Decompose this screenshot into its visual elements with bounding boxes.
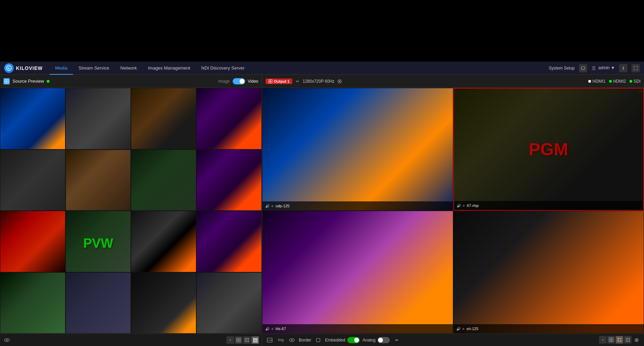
svg-rect-65 — [629, 341, 630, 342]
hdmi2-signal: HDMI2 — [609, 79, 626, 84]
nav-images-management[interactable]: Images Management — [142, 62, 196, 75]
svg-rect-26 — [253, 339, 254, 340]
svg-rect-36 — [256, 342, 257, 343]
svg-rect-37 — [257, 342, 258, 343]
border-settings-icon[interactable] — [314, 336, 322, 344]
svg-text:K: K — [8, 67, 10, 70]
video-cell-13[interactable] — [0, 272, 65, 334]
info-icon[interactable]: ℹ — [619, 64, 627, 72]
svg-rect-56 — [620, 340, 621, 342]
video-cell-1[interactable] — [0, 88, 65, 149]
svg-rect-13 — [245, 338, 246, 339]
svg-rect-32 — [256, 340, 257, 342]
nav-media[interactable]: Media — [50, 62, 73, 75]
output-grid-1-icon[interactable]: ▪ — [599, 336, 607, 344]
embedded-label: Embedded — [325, 338, 345, 343]
nav-ndi-discovery[interactable]: NDI Discovery Server — [196, 62, 250, 75]
sdi-signal: SDI — [629, 79, 641, 84]
output-cell-hls67[interactable]: 🔊 ≡ hls-67 — [262, 211, 453, 334]
menu-icon-1: ≡ — [271, 204, 274, 208]
svg-rect-51 — [609, 340, 611, 342]
output-grid-3-icon[interactable] — [616, 336, 623, 344]
video-cell-pvw[interactable]: PVW — [65, 211, 131, 272]
audio-icon-3: 🔊 — [265, 327, 269, 331]
analog-toggle-switch[interactable] — [377, 337, 390, 343]
border-label: Border — [299, 338, 311, 343]
output-grid-4-icon[interactable] — [624, 336, 632, 344]
hdmi1-dot — [588, 80, 591, 83]
video-cell-14[interactable] — [65, 272, 131, 334]
svg-point-44 — [291, 339, 293, 341]
output-grid-2-icon[interactable] — [607, 336, 615, 344]
image-video-toggle: Image Video — [218, 78, 258, 84]
svg-rect-21 — [248, 341, 249, 342]
audio-icon-2: 🔊 — [457, 204, 461, 208]
video-cell-2[interactable] — [65, 88, 131, 149]
svg-rect-62 — [629, 339, 630, 340]
system-setup-link[interactable]: System Setup — [549, 66, 575, 71]
output-cell-label-2: 🔊 ≡ 67-rtsp — [454, 201, 644, 210]
output-grid-icons: ▪ ⊕ — [599, 336, 641, 344]
grid-4x4-icon[interactable] — [251, 336, 259, 344]
video-cell-6[interactable] — [65, 149, 131, 211]
svg-rect-11 — [236, 340, 238, 342]
output-eye-icon[interactable] — [288, 336, 296, 344]
svg-rect-61 — [627, 339, 628, 340]
output-settings-icon[interactable] — [337, 79, 342, 84]
source-active-indicator — [47, 80, 50, 83]
video-cell-3[interactable] — [131, 88, 196, 149]
output-cell-label-1: 🔊 ≡ udp-125 — [262, 201, 453, 210]
grid-3x3-icon[interactable] — [243, 336, 251, 344]
output-dropdown-icon[interactable] — [295, 79, 300, 84]
video-cell-7[interactable] — [131, 149, 196, 211]
fullscreen-icon[interactable] — [632, 64, 640, 72]
video-cell-8[interactable] — [196, 149, 262, 211]
output-more-icon[interactable]: ⊕ — [632, 336, 641, 344]
svg-rect-35 — [254, 342, 256, 343]
image-label: Image — [218, 79, 230, 84]
video-cell-12[interactable] — [196, 211, 262, 272]
grid-2x2-icon[interactable] — [235, 336, 242, 344]
sdi-dot — [629, 80, 632, 83]
svg-rect-57 — [626, 338, 627, 339]
hdmi2-dot — [609, 80, 612, 83]
svg-rect-63 — [626, 341, 627, 342]
svg-rect-20 — [247, 341, 248, 342]
cell-name-4: srt-125 — [466, 327, 478, 331]
svg-rect-42 — [267, 338, 272, 342]
cell-name-3: hls-67 — [276, 327, 286, 331]
svg-rect-49 — [609, 338, 611, 339]
nav-right: System Setup admin ▼ ℹ — [549, 64, 640, 72]
video-cell-11[interactable] — [131, 211, 196, 272]
grid-1x1-icon[interactable]: ▪ — [226, 336, 234, 344]
notification-icon[interactable] — [579, 64, 587, 72]
video-cell-15[interactable] — [131, 272, 196, 334]
nav-network[interactable]: Network — [115, 62, 143, 75]
toggle-switch[interactable] — [233, 78, 245, 84]
svg-point-8 — [6, 339, 8, 341]
output-cell-srt125[interactable]: 🔊 ≡ srt-125 — [453, 211, 644, 334]
video-cell-9[interactable] — [0, 211, 65, 272]
video-cell-16[interactable] — [196, 272, 262, 334]
output-image-icon[interactable]: Img — [277, 336, 285, 344]
svg-rect-27 — [254, 339, 256, 340]
eye-icon[interactable] — [3, 336, 11, 344]
source-preview-title: Source Preview — [12, 79, 44, 84]
admin-label[interactable]: admin ▼ — [591, 65, 615, 71]
output-thumbnail-icon[interactable] — [266, 336, 274, 344]
menu-icon-3: ≡ — [271, 327, 274, 331]
svg-rect-50 — [611, 338, 613, 339]
svg-rect-19 — [245, 341, 246, 342]
audio-settings-icon[interactable] — [393, 336, 401, 344]
video-cell-5[interactable] — [0, 149, 65, 211]
output-cell-corner-2: ⋯ — [639, 90, 642, 93]
navbar: K KILOVIEW Media Stream Service Network … — [0, 62, 644, 75]
logo: K KILOVIEW — [4, 63, 43, 73]
svg-rect-10 — [239, 338, 241, 340]
video-cell-4[interactable] — [196, 88, 262, 149]
nav-stream-service[interactable]: Stream Service — [73, 62, 115, 75]
output-cell-udp125[interactable]: ⋯ 🔊 ≡ udp-125 — [262, 88, 453, 211]
svg-rect-54 — [620, 338, 621, 339]
output-cell-67rtsp[interactable]: PGM ⋯ 🔊 ≡ 67-rtsp — [453, 88, 644, 211]
embedded-toggle-switch[interactable] — [347, 337, 360, 343]
